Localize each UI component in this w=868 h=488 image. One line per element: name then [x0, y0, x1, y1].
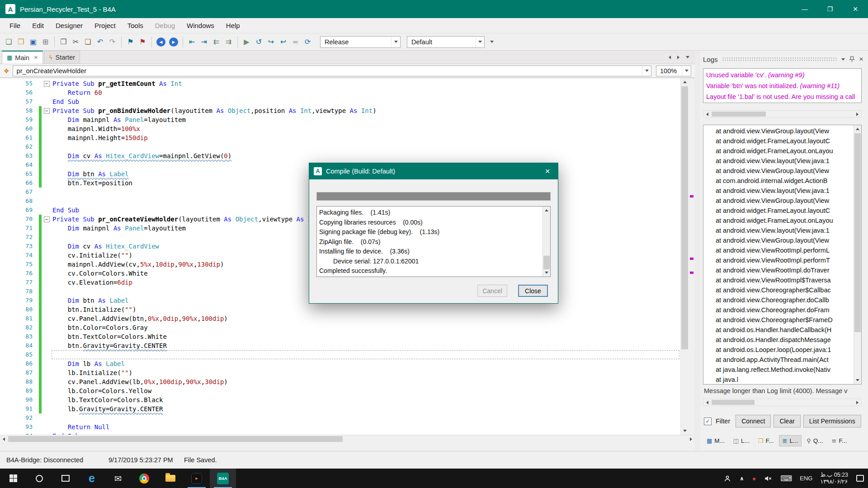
trace-line[interactable]: at android.view.ViewGroup.layout(View [704, 126, 853, 136]
minitab-quick-search[interactable]: ⚲Q... [803, 435, 826, 446]
menu-item-tools[interactable]: Tools [122, 18, 149, 33]
cut-icon[interactable]: ✂ [70, 36, 82, 48]
code-line-87[interactable]: 87 lb.Initialize("") [0, 368, 679, 377]
scroll-up-icon[interactable] [681, 78, 689, 86]
minitab-files[interactable]: ❒F... [755, 435, 778, 446]
trace-line[interactable]: at java.lang.reflect.Method.invoke(Nativ [704, 365, 853, 375]
code-line-81[interactable]: 81 cv.Panel.AddView(btn,0%x,0dip,90%x,10… [0, 314, 679, 323]
trace-line[interactable]: at android.view.View.layout(View.java:1 [704, 156, 853, 166]
tab-starter[interactable]: ϟStarter [44, 51, 80, 64]
scrollbar-thumb[interactable] [854, 133, 861, 332]
editor-vertical-scrollbar[interactable] [680, 78, 689, 435]
rebuild-icon[interactable]: ⟳ [302, 36, 314, 48]
language-indicator[interactable]: ENG [796, 469, 816, 488]
scrollbar-thumb[interactable] [712, 112, 766, 117]
uncomment-icon[interactable]: ⇉ [222, 36, 235, 48]
toolbar-overflow-icon[interactable] [490, 41, 494, 43]
code-line-61[interactable]: 61 mainpnl.Height=150dip [0, 133, 679, 142]
code-line-59[interactable]: 59 Dim mainpnl As Panel=layoutitem [0, 115, 679, 124]
open-project-icon[interactable]: ❒ [15, 36, 27, 48]
code-line-56[interactable]: 56 Return 60 [0, 88, 679, 97]
code-line-57[interactable]: 57End Sub [0, 97, 679, 106]
scrollbar-thumb[interactable] [543, 256, 550, 269]
debug-restart-icon[interactable]: ↺ [253, 36, 265, 48]
navigate-forward-icon[interactable]: ▶ [169, 38, 178, 47]
menu-item-windows[interactable]: Windows [181, 18, 220, 33]
cancel-button[interactable]: Cancel [477, 285, 507, 297]
code-line-88[interactable]: 88 cv.Panel.AddView(lb,0%x,100dip,90%x,3… [0, 377, 679, 386]
code-line-86[interactable]: 86 Dim lb As Label [0, 359, 679, 368]
menu-item-file[interactable]: File [4, 18, 26, 33]
code-line-82[interactable]: 82 btn.Color=Colors.Gray [0, 323, 679, 332]
people-icon[interactable] [719, 469, 736, 488]
device-filter-combo[interactable]: Default [407, 36, 485, 48]
navigate-back-icon[interactable]: ◀ [156, 38, 165, 47]
clear-button[interactable]: Clear [774, 415, 800, 427]
warnings-horizontal-scrollbar[interactable] [703, 110, 862, 118]
new-project-icon[interactable]: ❏ [3, 36, 15, 48]
dialog-close-button[interactable]: ✕ [537, 163, 558, 179]
edge-app-button[interactable]: e [79, 469, 105, 488]
trace-line[interactable]: at android.view.ViewGroup.layout(View [704, 235, 853, 245]
trace-line[interactable]: at android.view.View.layout(View.java:1 [704, 225, 853, 235]
save-all-icon[interactable]: ⊞ [39, 36, 52, 48]
menu-item-edit[interactable]: Edit [26, 18, 50, 33]
code-line-94[interactable]: 94End Sub [0, 432, 679, 435]
trace-line[interactable]: at android.view.Choreographer$Callbac [704, 285, 853, 295]
search-button[interactable] [26, 469, 52, 488]
trace-line[interactable]: at android.widget.FrameLayout.layoutC [704, 136, 853, 146]
clear-bookmarks-icon[interactable]: ⚑ [137, 36, 149, 48]
trace-line[interactable]: at android.app.ActivityThread.main(Act [704, 355, 853, 365]
scroll-right-icon[interactable] [687, 435, 695, 443]
tab-menu-icon[interactable] [686, 56, 689, 58]
task-view-button[interactable] [52, 469, 79, 488]
tab-main[interactable]: ▦Main✕ [2, 51, 43, 64]
scroll-right-icon[interactable] [854, 111, 861, 117]
mail-app-button[interactable]: ✉ [105, 469, 131, 488]
code-line-58[interactable]: 58−Private Sub pr_onBindViewHolder(layou… [0, 106, 679, 115]
undo-icon[interactable]: ↶ [94, 36, 106, 48]
trace-line[interactable]: at android.widget.FrameLayout.onLayou [704, 216, 853, 225]
warning-list[interactable]: Unused variable 'cv'. (warning #9)Variab… [703, 68, 862, 103]
scroll-up-icon[interactable] [543, 206, 550, 214]
list-permissions-button[interactable]: List Permissions [803, 415, 861, 427]
pause-icon[interactable]: = [289, 36, 302, 48]
minitab-modules[interactable]: ▦M... [703, 435, 728, 446]
code-line-55[interactable]: 55−Private Sub pr_getItemCount As Int [0, 79, 679, 88]
fold-marker[interactable]: − [42, 79, 52, 88]
code-line-93[interactable]: 93 Return Null [0, 422, 679, 432]
scrollbar-thumb[interactable] [681, 86, 688, 349]
comment-icon[interactable]: ⇇ [210, 36, 222, 48]
scrollbar-thumb[interactable] [8, 436, 343, 442]
nox-app-button[interactable]: ▸ [184, 469, 210, 488]
chevron-down-icon[interactable] [642, 66, 651, 76]
fold-marker[interactable]: − [42, 106, 52, 115]
scroll-left-icon[interactable] [703, 399, 711, 406]
trace-line[interactable]: at android.view.ViewGroup.layout(View [704, 166, 853, 176]
save-icon[interactable]: ▣ [27, 36, 39, 48]
warning-mark[interactable] [690, 272, 693, 274]
scroll-right-icon[interactable] [854, 399, 861, 406]
log-output[interactable]: at android.view.ViewGroup.layout(Viewat … [703, 125, 862, 385]
touch-keyboard-icon[interactable]: ⌨ [776, 469, 796, 488]
panel-close-icon[interactable]: ✕ [859, 56, 863, 62]
close-button[interactable]: Close [518, 285, 548, 297]
dialog-title-bar[interactable]: A Compile (Build: Default) ✕ [309, 163, 558, 179]
file-explorer-button[interactable] [157, 469, 184, 488]
outdent-icon[interactable]: ⇤ [186, 36, 198, 48]
warning-mark[interactable] [690, 195, 693, 197]
dialog-vertical-scrollbar[interactable] [542, 206, 550, 277]
trace-line[interactable]: at android.widget.FrameLayout.onLayou [704, 146, 853, 156]
menu-item-help[interactable]: Help [220, 18, 246, 33]
close-button[interactable]: ✕ [843, 0, 868, 18]
minitab-logs[interactable]: ≣L... [779, 435, 802, 446]
run-icon[interactable]: ▶ [241, 36, 253, 48]
trace-line[interactable]: at android.view.View.layout(View.java:1 [704, 186, 853, 196]
trace-line[interactable]: at java.l [704, 375, 853, 384]
menu-item-designer[interactable]: Designer [50, 18, 89, 33]
code-line-62[interactable]: 62 [0, 142, 679, 151]
paste-icon[interactable]: ❑ [82, 36, 94, 48]
copy-icon[interactable]: ❐ [57, 36, 70, 48]
panel-splitter[interactable] [695, 51, 700, 451]
warning-mark[interactable] [690, 258, 693, 260]
